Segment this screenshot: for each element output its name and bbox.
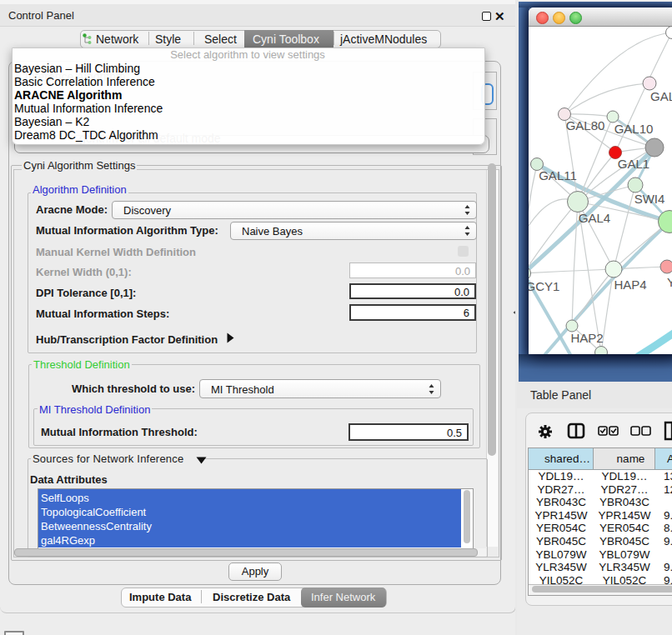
svg-text:Y: Y xyxy=(667,275,672,289)
svg-text:GAL7: GAL7 xyxy=(650,89,672,103)
svg-text:GAL1: GAL1 xyxy=(618,157,649,171)
svg-text:HAP2: HAP2 xyxy=(570,331,603,345)
svg-text:HAP4: HAP4 xyxy=(614,278,646,292)
svg-text:GAL11: GAL11 xyxy=(539,168,577,182)
svg-text:GAL4: GAL4 xyxy=(579,211,610,225)
svg-text:SWI4: SWI4 xyxy=(634,192,665,206)
svg-text:GAL80: GAL80 xyxy=(566,118,605,132)
svg-text:GAL10: GAL10 xyxy=(614,122,654,136)
svg-text:GCY1: GCY1 xyxy=(529,279,559,293)
